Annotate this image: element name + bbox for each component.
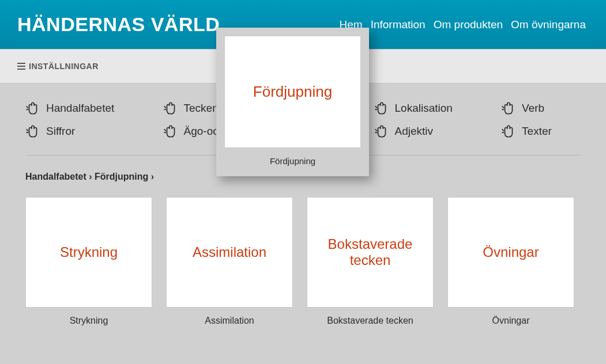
- hand-sign-icon: [25, 124, 40, 139]
- svg-rect-2: [17, 69, 25, 70]
- category-label: Lokalisation: [395, 102, 453, 115]
- card-wrap-strykning: Strykning Strykning: [25, 197, 152, 326]
- card-caption: Assimilation: [205, 316, 254, 326]
- category-label: Handalfabetet: [46, 102, 114, 115]
- svg-rect-1: [17, 66, 25, 67]
- card-caption: Övningar: [492, 316, 530, 326]
- card-bokstaverade-tecken[interactable]: Bokstaverade tecken: [307, 197, 434, 308]
- hand-sign-icon: [374, 101, 389, 116]
- category-adjektiv[interactable]: Adjektiv: [374, 124, 482, 139]
- popup-card-fordjupning[interactable]: Fördjupning: [224, 36, 361, 148]
- hand-sign-icon: [163, 101, 178, 116]
- card-wrap-assimilation: Assimilation Assimilation: [166, 197, 293, 326]
- popup-card-caption: Fördjupning: [224, 156, 361, 166]
- settings-label: INSTÄLLNINGAR: [29, 62, 99, 71]
- hamburger-icon: [17, 63, 25, 70]
- card-ovningar[interactable]: Övningar: [447, 197, 574, 308]
- card-caption: Bokstaverade tecken: [327, 316, 413, 326]
- card-title: Strykning: [60, 244, 118, 260]
- category-label: Siffror: [46, 125, 75, 138]
- nav-om-produkten[interactable]: Om produkten: [434, 18, 503, 31]
- category-handalfabetet[interactable]: Handalfabetet: [25, 101, 144, 116]
- card-wrap-bokstaverade: Bokstaverade tecken Bokstaverade tecken: [307, 197, 434, 326]
- top-nav: Hem Information Om produkten Om övningar…: [340, 18, 586, 31]
- hand-sign-icon: [501, 124, 516, 139]
- site-title[interactable]: HÄNDERNAS VÄRLD: [17, 13, 220, 36]
- category-label: Texter: [522, 125, 552, 138]
- card-caption: Strykning: [70, 316, 108, 326]
- category-siffror[interactable]: Siffror: [25, 124, 144, 139]
- card-title: Övningar: [483, 244, 539, 260]
- category-verb[interactable]: Verb: [501, 101, 581, 116]
- hand-sign-icon: [501, 101, 516, 116]
- card-wrap-ovningar: Övningar Övningar: [447, 197, 574, 326]
- category-lokalisation[interactable]: Lokalisation: [374, 101, 482, 116]
- hand-sign-icon: [25, 101, 40, 116]
- card-strykning[interactable]: Strykning: [25, 197, 152, 308]
- settings-button[interactable]: INSTÄLLNINGAR: [17, 62, 99, 71]
- category-label: Adjektiv: [395, 125, 434, 138]
- hand-sign-icon: [374, 124, 389, 139]
- nav-om-ovningarna[interactable]: Om övningarna: [511, 18, 586, 31]
- card-title: Bokstaverade tecken: [314, 236, 426, 268]
- category-label: Verb: [522, 102, 544, 115]
- category-texter[interactable]: Texter: [501, 124, 581, 139]
- tooltip-popup[interactable]: Fördjupning Fördjupning: [216, 28, 369, 176]
- popup-card-title: Fördjupning: [253, 83, 332, 101]
- card-assimilation[interactable]: Assimilation: [166, 197, 293, 308]
- nav-information[interactable]: Information: [371, 18, 426, 31]
- hand-sign-icon: [163, 124, 178, 139]
- card-title: Assimilation: [193, 244, 266, 260]
- svg-rect-0: [17, 63, 25, 64]
- card-row: Strykning Strykning Assimilation Assimil…: [25, 197, 581, 326]
